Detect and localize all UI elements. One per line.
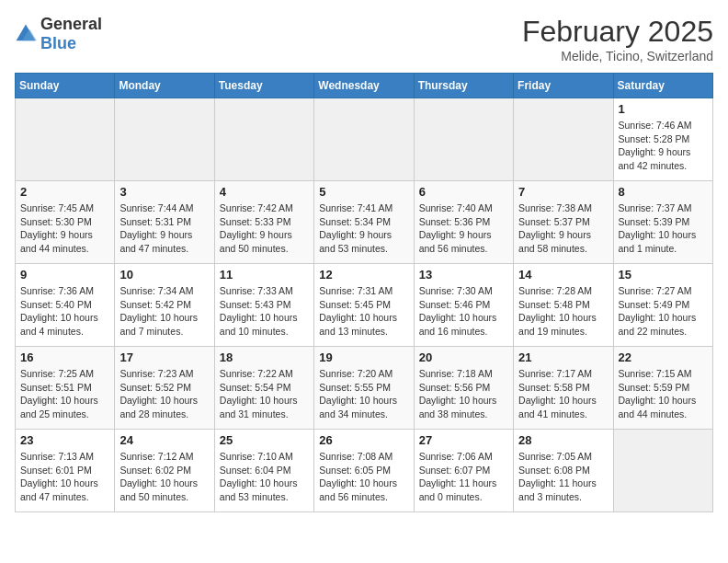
calendar-cell: 26Sunrise: 7:08 AM Sunset: 6:05 PM Dayli… [314,430,414,512]
calendar-cell [613,430,712,512]
calendar-cell: 9Sunrise: 7:36 AM Sunset: 5:40 PM Daylig… [16,264,115,347]
calendar-cell [314,98,414,181]
calendar-cell: 28Sunrise: 7:05 AM Sunset: 6:08 PM Dayli… [514,430,613,512]
day-info: Sunrise: 7:10 AM Sunset: 6:04 PM Dayligh… [220,450,309,504]
day-number: 26 [319,433,408,447]
day-info: Sunrise: 7:08 AM Sunset: 6:05 PM Dayligh… [319,450,408,504]
day-number: 6 [419,185,508,199]
weekday-header-wednesday: Wednesday [314,74,414,98]
calendar-cell: 22Sunrise: 7:15 AM Sunset: 5:59 PM Dayli… [613,347,712,430]
day-number: 21 [518,350,608,364]
day-number: 13 [419,268,508,282]
logo-general: General [40,15,102,33]
day-info: Sunrise: 7:45 AM Sunset: 5:30 PM Dayligh… [20,201,109,256]
day-info: Sunrise: 7:20 AM Sunset: 5:55 PM Dayligh… [319,367,408,421]
day-info: Sunrise: 7:12 AM Sunset: 6:02 PM Dayligh… [119,450,209,504]
day-number: 22 [619,350,708,364]
calendar-cell: 1Sunrise: 7:46 AM Sunset: 5:28 PM Daylig… [613,98,712,181]
logo-text: General Blue [40,15,102,53]
weekday-header-monday: Monday [115,74,214,98]
day-info: Sunrise: 7:30 AM Sunset: 5:46 PM Dayligh… [419,284,508,339]
calendar-cell: 23Sunrise: 7:13 AM Sunset: 6:01 PM Dayli… [16,430,115,512]
day-number: 27 [419,433,508,447]
calendar-cell: 8Sunrise: 7:37 AM Sunset: 5:39 PM Daylig… [613,181,712,264]
day-number: 20 [419,350,508,364]
day-number: 12 [319,268,408,282]
calendar-week-row: 2Sunrise: 7:45 AM Sunset: 5:30 PM Daylig… [16,181,713,264]
calendar-cell: 19Sunrise: 7:20 AM Sunset: 5:55 PM Dayli… [314,347,414,430]
weekday-header-tuesday: Tuesday [214,74,313,98]
calendar-cell [115,98,214,181]
day-number: 17 [119,350,209,364]
day-number: 25 [220,433,309,447]
day-number: 10 [119,268,209,282]
day-number: 24 [119,433,209,447]
day-info: Sunrise: 7:28 AM Sunset: 5:48 PM Dayligh… [518,284,608,339]
day-info: Sunrise: 7:40 AM Sunset: 5:36 PM Dayligh… [419,201,508,256]
day-number: 1 [619,102,708,116]
calendar-cell: 27Sunrise: 7:06 AM Sunset: 6:07 PM Dayli… [414,430,513,512]
calendar-week-row: 16Sunrise: 7:25 AM Sunset: 5:51 PM Dayli… [16,347,713,430]
calendar-cell: 25Sunrise: 7:10 AM Sunset: 6:04 PM Dayli… [214,430,313,512]
day-info: Sunrise: 7:05 AM Sunset: 6:08 PM Dayligh… [518,450,608,504]
calendar-week-row: 1Sunrise: 7:46 AM Sunset: 5:28 PM Daylig… [16,98,713,181]
title-block: February 2025 Melide, Ticino, Switzerlan… [522,15,713,63]
day-number: 5 [319,185,408,199]
day-info: Sunrise: 7:46 AM Sunset: 5:28 PM Dayligh… [619,119,708,173]
day-number: 2 [20,185,109,199]
day-info: Sunrise: 7:31 AM Sunset: 5:45 PM Dayligh… [319,284,408,339]
weekday-header-thursday: Thursday [414,74,513,98]
day-info: Sunrise: 7:25 AM Sunset: 5:51 PM Dayligh… [20,367,109,421]
calendar-week-row: 9Sunrise: 7:36 AM Sunset: 5:40 PM Daylig… [16,264,713,347]
day-number: 4 [220,185,309,199]
day-number: 15 [619,268,708,282]
day-info: Sunrise: 7:15 AM Sunset: 5:59 PM Dayligh… [619,367,708,421]
day-number: 8 [619,185,708,199]
day-info: Sunrise: 7:37 AM Sunset: 5:39 PM Dayligh… [619,201,708,256]
logo-blue: Blue [40,34,76,52]
calendar-cell: 10Sunrise: 7:34 AM Sunset: 5:42 PM Dayli… [115,264,214,347]
calendar-cell [514,98,613,181]
day-number: 23 [20,433,109,447]
logo: General Blue [15,15,102,53]
month-title: February 2025 [522,15,713,49]
calendar-cell: 15Sunrise: 7:27 AM Sunset: 5:49 PM Dayli… [613,264,712,347]
day-number: 7 [518,185,608,199]
calendar-cell: 17Sunrise: 7:23 AM Sunset: 5:52 PM Dayli… [115,347,214,430]
calendar-cell [16,98,115,181]
calendar-cell: 16Sunrise: 7:25 AM Sunset: 5:51 PM Dayli… [16,347,115,430]
day-info: Sunrise: 7:17 AM Sunset: 5:58 PM Dayligh… [518,367,608,421]
day-number: 16 [20,350,109,364]
day-number: 28 [518,433,608,447]
calendar-cell: 13Sunrise: 7:30 AM Sunset: 5:46 PM Dayli… [414,264,513,347]
calendar-cell: 6Sunrise: 7:40 AM Sunset: 5:36 PM Daylig… [414,181,513,264]
calendar-cell: 18Sunrise: 7:22 AM Sunset: 5:54 PM Dayli… [214,347,313,430]
calendar-cell: 21Sunrise: 7:17 AM Sunset: 5:58 PM Dayli… [514,347,613,430]
day-number: 11 [220,268,309,282]
calendar-cell: 14Sunrise: 7:28 AM Sunset: 5:48 PM Dayli… [514,264,613,347]
header-area: General Blue February 2025 Melide, Ticin… [15,15,713,63]
day-info: Sunrise: 7:33 AM Sunset: 5:43 PM Dayligh… [220,284,309,339]
calendar-cell: 7Sunrise: 7:38 AM Sunset: 5:37 PM Daylig… [514,181,613,264]
weekday-header-friday: Friday [514,74,613,98]
day-info: Sunrise: 7:44 AM Sunset: 5:31 PM Dayligh… [119,201,209,256]
day-info: Sunrise: 7:23 AM Sunset: 5:52 PM Dayligh… [119,367,209,421]
calendar-cell [214,98,313,181]
day-info: Sunrise: 7:34 AM Sunset: 5:42 PM Dayligh… [119,284,209,339]
day-info: Sunrise: 7:22 AM Sunset: 5:54 PM Dayligh… [220,367,309,421]
calendar-cell [414,98,513,181]
day-number: 9 [20,268,109,282]
day-info: Sunrise: 7:38 AM Sunset: 5:37 PM Dayligh… [518,201,608,256]
calendar-table: SundayMondayTuesdayWednesdayThursdayFrid… [15,73,713,512]
day-info: Sunrise: 7:36 AM Sunset: 5:40 PM Dayligh… [20,284,109,339]
day-info: Sunrise: 7:27 AM Sunset: 5:49 PM Dayligh… [619,284,708,339]
calendar-cell: 11Sunrise: 7:33 AM Sunset: 5:43 PM Dayli… [214,264,313,347]
day-info: Sunrise: 7:06 AM Sunset: 6:07 PM Dayligh… [419,450,508,504]
day-number: 3 [119,185,209,199]
day-info: Sunrise: 7:41 AM Sunset: 5:34 PM Dayligh… [319,201,408,256]
calendar-cell: 2Sunrise: 7:45 AM Sunset: 5:30 PM Daylig… [16,181,115,264]
calendar-cell: 3Sunrise: 7:44 AM Sunset: 5:31 PM Daylig… [115,181,214,264]
day-number: 19 [319,350,408,364]
calendar-week-row: 23Sunrise: 7:13 AM Sunset: 6:01 PM Dayli… [16,430,713,512]
location-subtitle: Melide, Ticino, Switzerland [522,49,713,63]
